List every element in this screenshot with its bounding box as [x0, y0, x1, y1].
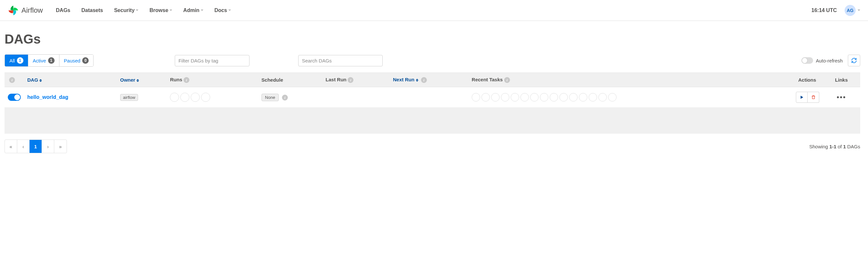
- brand[interactable]: Airflow: [8, 5, 43, 16]
- last-run-cell: [322, 87, 390, 108]
- delete-dag-button[interactable]: [808, 92, 819, 103]
- filter-paused-button[interactable]: Paused 0: [59, 55, 94, 66]
- col-schedule: Schedule: [258, 73, 322, 87]
- trigger-dag-button[interactable]: [796, 92, 808, 103]
- refresh-button[interactable]: [848, 55, 860, 66]
- next-run-cell: [390, 87, 468, 108]
- page-title: DAGs: [4, 32, 860, 47]
- filter-label: All: [9, 58, 15, 63]
- task-status-circle[interactable]: [482, 93, 490, 102]
- chevron-down-icon[interactable]: [858, 9, 860, 11]
- col-label: Last Run: [326, 77, 346, 82]
- sort-icon: [136, 79, 139, 82]
- task-status-circle[interactable]: [550, 93, 558, 102]
- airflow-logo-icon: [8, 5, 19, 16]
- chevron-down-icon: [169, 9, 172, 11]
- schedule-badge[interactable]: None: [261, 94, 279, 101]
- page-next-button[interactable]: ›: [42, 140, 54, 153]
- showing-text: Showing 1-1 of 1 DAGs: [809, 144, 860, 149]
- task-status-circle[interactable]: [511, 93, 519, 102]
- user-avatar[interactable]: AG: [845, 5, 856, 16]
- filter-label: Paused: [64, 58, 81, 63]
- col-owner[interactable]: Owner: [117, 73, 167, 87]
- filter-count: 1: [17, 57, 23, 64]
- col-actions: Actions: [764, 73, 823, 87]
- dag-enable-toggle[interactable]: [8, 94, 21, 101]
- task-status-circle[interactable]: [520, 93, 529, 102]
- refresh-icon: [851, 58, 857, 63]
- nav-label: Admin: [183, 7, 199, 13]
- links-menu-button[interactable]: •••: [826, 93, 857, 102]
- col-next-run[interactable]: Next Run i: [390, 73, 468, 87]
- filter-active-button[interactable]: Active 1: [28, 55, 59, 66]
- trash-icon: [811, 95, 816, 100]
- col-label: Runs: [170, 77, 182, 82]
- sort-icon: [416, 79, 418, 82]
- clock[interactable]: 16:14 UTC: [811, 7, 837, 13]
- task-status-circle[interactable]: [540, 93, 548, 102]
- nav-item-security[interactable]: Security: [114, 7, 138, 13]
- nav-item-datasets[interactable]: Datasets: [81, 7, 103, 13]
- dag-name-link[interactable]: hello_world_dag: [27, 94, 68, 100]
- nav-label: DAGs: [56, 7, 70, 13]
- col-label: Owner: [120, 77, 135, 83]
- col-label: DAG: [27, 77, 38, 83]
- page-last-button[interactable]: »: [54, 140, 67, 153]
- search-dags-input[interactable]: [298, 55, 383, 66]
- table-row: hello_world_dag airflow Nonei: [4, 87, 860, 108]
- col-last-run: Last Runi: [322, 73, 390, 87]
- run-status-circle[interactable]: [180, 93, 189, 102]
- info-icon[interactable]: i: [282, 95, 288, 101]
- run-status-circle[interactable]: [170, 93, 179, 102]
- task-status-circle[interactable]: [608, 93, 617, 102]
- info-icon[interactable]: i: [348, 77, 353, 83]
- filter-row: All 1 Active 1 Paused 0 Auto-refresh: [4, 54, 860, 67]
- auto-refresh-label: Auto-refresh: [816, 58, 843, 63]
- svg-rect-0: [812, 96, 814, 99]
- info-icon[interactable]: i: [184, 77, 189, 83]
- brand-name: Airflow: [22, 6, 43, 15]
- nav-item-browse[interactable]: Browse: [149, 7, 172, 13]
- run-status-circle[interactable]: [191, 93, 200, 102]
- task-status-circle[interactable]: [530, 93, 538, 102]
- pagination: « ‹ 1 › »: [4, 140, 67, 153]
- nav-item-docs[interactable]: Docs: [214, 7, 231, 13]
- task-status-circle[interactable]: [589, 93, 597, 102]
- info-icon[interactable]: i: [421, 77, 427, 83]
- col-runs: Runsi: [167, 73, 258, 87]
- nav-item-admin[interactable]: Admin: [183, 7, 204, 13]
- col-label: Next Run: [393, 77, 414, 82]
- navbar: Airflow DAGs Datasets Security Browse Ad…: [0, 0, 868, 21]
- info-icon[interactable]: i: [504, 77, 510, 83]
- owner-badge[interactable]: airflow: [120, 94, 138, 101]
- page-number-button[interactable]: 1: [30, 140, 42, 153]
- nav-item-dags[interactable]: DAGs: [56, 7, 70, 13]
- chevron-down-icon: [201, 9, 204, 11]
- run-status-circle[interactable]: [201, 93, 210, 102]
- runs-circles: [170, 93, 255, 102]
- filter-count: 0: [82, 57, 89, 64]
- info-icon[interactable]: i: [9, 77, 15, 83]
- filter-label: Active: [33, 58, 46, 63]
- task-status-circle[interactable]: [559, 93, 568, 102]
- task-status-circle[interactable]: [472, 93, 480, 102]
- col-dag[interactable]: DAG: [24, 73, 117, 87]
- task-status-circle[interactable]: [491, 93, 500, 102]
- auto-refresh-toggle[interactable]: [801, 57, 813, 64]
- task-status-circle[interactable]: [501, 93, 509, 102]
- task-status-circle[interactable]: [598, 93, 607, 102]
- play-icon: [800, 95, 804, 99]
- chevron-down-icon: [136, 9, 138, 11]
- table-footer: « ‹ 1 › » Showing 1-1 of 1 DAGs: [4, 140, 860, 153]
- task-status-circle[interactable]: [579, 93, 587, 102]
- nav-label: Security: [114, 7, 134, 13]
- task-status-circle[interactable]: [569, 93, 578, 102]
- filter-all-button[interactable]: All 1: [5, 55, 28, 66]
- sort-icon: [39, 79, 42, 82]
- page-first-button[interactable]: «: [5, 140, 17, 153]
- nav-label: Datasets: [81, 7, 103, 13]
- recent-tasks-circles: [472, 93, 761, 102]
- page-prev-button[interactable]: ‹: [17, 140, 30, 153]
- filter-tags-input[interactable]: [175, 55, 249, 66]
- col-label: Recent Tasks: [472, 77, 503, 82]
